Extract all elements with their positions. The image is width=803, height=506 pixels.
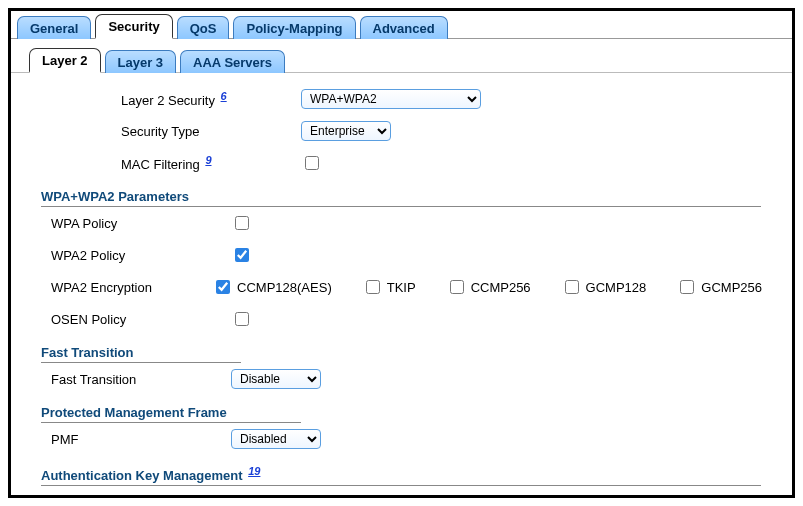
wpa-policy-label: WPA Policy bbox=[51, 216, 231, 231]
layer2-content: Layer 2 Security 6 WPA+WPA2 Security Typ… bbox=[11, 73, 792, 498]
enc-tkip-checkbox[interactable] bbox=[366, 280, 380, 294]
wpa-params-heading: WPA+WPA2 Parameters bbox=[41, 189, 761, 207]
tab-layer2[interactable]: Layer 2 bbox=[29, 48, 101, 73]
wpa2-encryption-label: WPA2 Encryption bbox=[51, 280, 212, 295]
fast-transition-label: Fast Transition bbox=[51, 372, 231, 387]
tab-policy-mapping[interactable]: Policy-Mapping bbox=[233, 16, 355, 39]
fast-transition-select[interactable]: Disable bbox=[231, 369, 321, 389]
tab-security[interactable]: Security bbox=[95, 14, 172, 39]
wpa2-policy-label: WPA2 Policy bbox=[51, 248, 231, 263]
main-tab-row: General Security QoS Policy-Mapping Adva… bbox=[11, 11, 792, 39]
enc-ccmp128-checkbox[interactable] bbox=[216, 280, 230, 294]
sha1-label: 802.1X-SHA1 bbox=[51, 495, 231, 498]
osen-policy-checkbox[interactable] bbox=[235, 312, 249, 326]
enc-ccmp256-label: CCMP256 bbox=[471, 280, 531, 295]
enc-gcmp128-checkbox[interactable] bbox=[565, 280, 579, 294]
fast-transition-heading: Fast Transition bbox=[41, 345, 241, 363]
enc-tkip-label: TKIP bbox=[387, 280, 416, 295]
tab-general[interactable]: General bbox=[17, 16, 91, 39]
footnote-9-link[interactable]: 9 bbox=[205, 154, 211, 166]
wpa2-policy-checkbox[interactable] bbox=[235, 248, 249, 262]
enc-ccmp256-checkbox[interactable] bbox=[450, 280, 464, 294]
footnote-19-link[interactable]: 19 bbox=[248, 465, 260, 477]
osen-policy-label: OSEN Policy bbox=[51, 312, 231, 327]
wpa2-encryption-options: CCMP128(AES) TKIP CCMP256 GCMP128 GCMP25… bbox=[212, 277, 762, 297]
pmf-select[interactable]: Disabled bbox=[231, 429, 321, 449]
sha1-enable-checkbox[interactable] bbox=[235, 495, 249, 498]
akm-heading: Authentication Key Management 19 bbox=[41, 465, 761, 486]
layer2-security-select[interactable]: WPA+WPA2 bbox=[301, 89, 481, 109]
tab-aaa-servers[interactable]: AAA Servers bbox=[180, 50, 285, 73]
tab-qos[interactable]: QoS bbox=[177, 16, 230, 39]
pmf-heading: Protected Management Frame bbox=[41, 405, 301, 423]
tab-layer3[interactable]: Layer 3 bbox=[105, 50, 177, 73]
mac-filtering-checkbox[interactable] bbox=[305, 156, 319, 170]
enc-gcmp128-label: GCMP128 bbox=[586, 280, 647, 295]
mac-filtering-label: MAC Filtering bbox=[121, 157, 200, 172]
security-type-select[interactable]: Enterprise bbox=[301, 121, 391, 141]
enc-ccmp128-label: CCMP128(AES) bbox=[237, 280, 332, 295]
enable-label: Enable bbox=[256, 495, 296, 498]
tab-advanced[interactable]: Advanced bbox=[360, 16, 448, 39]
enc-gcmp256-checkbox[interactable] bbox=[680, 280, 694, 294]
config-panel: General Security QoS Policy-Mapping Adva… bbox=[8, 8, 795, 498]
security-type-label: Security Type bbox=[121, 124, 301, 139]
sub-tab-row: Layer 2 Layer 3 AAA Servers bbox=[11, 47, 792, 73]
pmf-label: PMF bbox=[51, 432, 231, 447]
wpa-policy-checkbox[interactable] bbox=[235, 216, 249, 230]
layer2-security-label: Layer 2 Security bbox=[121, 93, 215, 108]
footnote-6-link[interactable]: 6 bbox=[221, 90, 227, 102]
enc-gcmp256-label: GCMP256 bbox=[701, 280, 762, 295]
